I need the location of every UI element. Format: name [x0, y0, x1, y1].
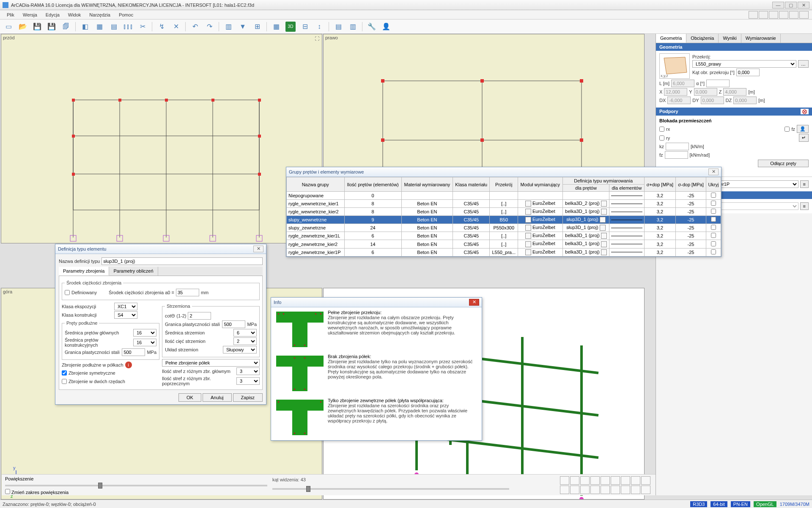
menu-right-btn[interactable] — [759, 11, 768, 19]
close-icon[interactable]: ✕ — [253, 246, 263, 252]
ukryj-checkbox[interactable] — [711, 225, 716, 230]
ilosc-stref-gl-select[interactable]: 3 — [236, 367, 260, 375]
uklad-strzemion-select[interactable]: Słupowy — [223, 346, 257, 353]
table-row[interactable]: rygle_zewnetrzne_kier1L6Beton ENC35/45[.… — [287, 232, 721, 240]
th-nazwa[interactable]: Nazwa grupy — [287, 177, 345, 192]
a0-input[interactable] — [176, 289, 199, 296]
view-tool-icon[interactable] — [590, 476, 600, 485]
ukryj-checkbox[interactable] — [711, 193, 716, 198]
tool-icon[interactable]: ▦ — [271, 22, 281, 32]
alpha-input[interactable] — [706, 80, 730, 87]
menu-right-btn[interactable] — [769, 11, 778, 19]
tool-icon[interactable]: ⊞ — [252, 22, 262, 32]
ry-checkbox[interactable] — [659, 134, 664, 142]
table-row[interactable]: rygle_wewnetrzne_kier28Beton ENC35/45[..… — [287, 208, 721, 216]
menu-right-btn[interactable] — [789, 11, 798, 19]
viewport-front[interactable]: przód ⛶ zxy — [1, 34, 322, 243]
view-tool-icon[interactable] — [560, 486, 569, 494]
fz-input[interactable] — [665, 151, 688, 159]
ukryj-checkbox[interactable] — [711, 249, 716, 254]
ilosc-ciec-select[interactable]: 2 — [233, 337, 257, 345]
view-tool-icon[interactable] — [590, 486, 600, 494]
save-icon[interactable]: 💾 — [32, 22, 42, 32]
open-icon[interactable]: 📂 — [18, 22, 28, 32]
view-tool-icon[interactable] — [621, 486, 630, 494]
menu-widok[interactable]: Widok — [65, 11, 85, 18]
print-icon[interactable]: 🗐 — [61, 22, 71, 32]
tool-icon[interactable]: ↕ — [314, 22, 324, 32]
th-ilosc[interactable]: Ilość prętów (elementów) — [344, 177, 401, 192]
view-tool-icon[interactable] — [560, 476, 569, 485]
table-row[interactable]: slupy_wewnetrzne9Beton ENC35/45B50 EuroŻ… — [287, 216, 721, 224]
tab-wyniki[interactable]: Wyniki — [719, 34, 741, 43]
cut-icon[interactable]: ✂ — [137, 22, 148, 32]
table-row[interactable]: Niepogrupowane03,2-25 — [287, 192, 721, 200]
maximize-button[interactable]: ▢ — [785, 2, 797, 8]
przekroj-select[interactable]: L550_prawy — [692, 60, 796, 68]
clear-icon[interactable]: ⨂ — [801, 109, 809, 114]
tool-icon[interactable]: ▥ — [223, 22, 233, 32]
view-tool-icon[interactable] — [621, 476, 630, 485]
info-icon[interactable]: i — [125, 362, 132, 368]
tool-icon[interactable]: ▤ — [109, 22, 119, 32]
view-tool-icon[interactable] — [611, 476, 620, 485]
anuluj-button[interactable]: Anuluj — [203, 393, 232, 402]
th-modul[interactable]: Moduł wymiarujący — [518, 177, 563, 192]
tab-param-zbrojenia[interactable]: Parametry zbrojenia — [59, 267, 109, 276]
report-icon[interactable]: ▥ — [348, 22, 358, 32]
zoom-range-checkbox[interactable] — [5, 489, 10, 494]
menu-right-btn[interactable] — [779, 11, 788, 19]
menu-wersja[interactable]: Wersja — [19, 11, 41, 18]
view-tool-icon[interactable] — [580, 486, 590, 494]
granica2-input[interactable] — [222, 320, 245, 328]
tab-wymiarowanie[interactable]: Wymiarowanie — [741, 34, 781, 43]
view-tool-icon[interactable] — [580, 476, 590, 485]
close-icon[interactable]: ✕ — [708, 168, 719, 175]
calc-icon[interactable]: ▤ — [333, 22, 343, 32]
menu-plik[interactable]: Plik — [3, 11, 18, 18]
tool-icon[interactable]: ⊟ — [300, 22, 310, 32]
tool-icon[interactable]: ▦ — [94, 22, 104, 32]
przekroj-edit-button[interactable]: … — [798, 60, 809, 68]
ukryj-checkbox[interactable] — [711, 241, 716, 246]
ok-button[interactable]: OK — [178, 393, 201, 402]
tab-param-obliczen[interactable]: Parametry obliczeń — [109, 267, 158, 276]
grupa-button[interactable]: ≡ — [800, 180, 809, 188]
menu-narzedzia[interactable]: Narzędzia — [86, 11, 114, 18]
table-row[interactable]: slupy_zewnetrzne24Beton ENC35/45P550x300… — [287, 224, 721, 232]
menu-right-btn[interactable] — [749, 11, 758, 19]
granica-input[interactable] — [122, 348, 145, 356]
th-material[interactable]: Materiał wymiarowany — [401, 177, 453, 192]
zoom-checkbox-label[interactable]: Zmień zakres powiększenia — [5, 489, 652, 495]
definiowany-checkbox[interactable] — [65, 289, 70, 296]
klasa-konstrukcji-select[interactable]: S4 — [114, 311, 137, 319]
sred-konstr-select[interactable]: 16 — [133, 339, 156, 346]
close-button[interactable]: ✕ — [798, 2, 809, 8]
view-tool-icon[interactable] — [601, 486, 610, 494]
sred-glownych-select[interactable]: 16 — [133, 329, 156, 337]
table-row[interactable]: rygle_zewnetrzne_kier1P6Beton ENC35/45L5… — [287, 248, 721, 256]
kat-input[interactable] — [736, 69, 760, 76]
tool-3d-icon[interactable]: 3D — [285, 22, 296, 32]
grupa2-button[interactable]: ≡ — [800, 202, 809, 210]
odlacz-button[interactable]: Odłącz pręty — [758, 160, 809, 167]
view-tool-icon[interactable] — [570, 486, 579, 494]
view-tool-icon[interactable] — [631, 486, 640, 494]
angle-slider[interactable] — [272, 488, 509, 490]
saveas-icon[interactable]: 💾 — [47, 22, 57, 32]
tab-obciazenia[interactable]: Obciążenia — [686, 34, 719, 43]
table-row[interactable]: rygle_zewnetrzne_kier214Beton ENC35/45[.… — [287, 240, 721, 248]
undo-icon[interactable]: ↶ — [190, 22, 200, 32]
sred-strzemion-select[interactable]: 6 — [233, 329, 257, 337]
table-row[interactable]: rygle_wewnetrzne_kier18Beton ENC35/45[..… — [287, 200, 721, 208]
th-sp[interactable]: σ+dop [MPa] — [644, 177, 676, 192]
settings-icon[interactable]: 🔧 — [367, 22, 377, 32]
fz-checkbox[interactable] — [785, 125, 790, 133]
tab-geometria[interactable]: Geometria — [656, 34, 686, 43]
view-tool-icon[interactable] — [601, 476, 610, 485]
th-ukryj[interactable]: Ukryj — [706, 177, 721, 192]
dwa-rzedy-checkbox[interactable] — [62, 378, 67, 385]
view-tool-icon[interactable] — [611, 486, 620, 494]
support-button[interactable]: ↵ — [799, 134, 809, 142]
minimize-button[interactable]: — — [772, 2, 784, 8]
